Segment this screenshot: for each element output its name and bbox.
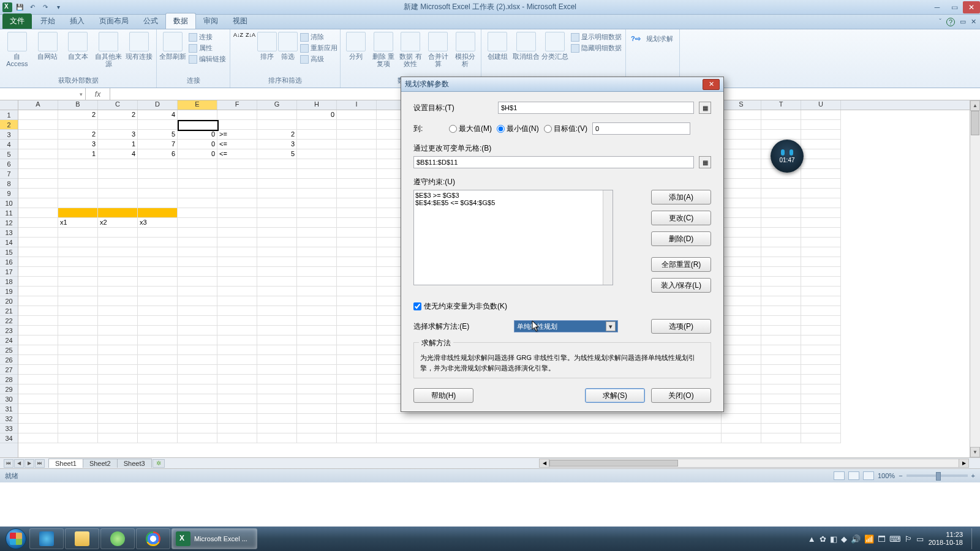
cell[interactable] xyxy=(297,247,337,257)
cell[interactable] xyxy=(761,238,801,247)
first-sheet-icon[interactable]: ⏮ xyxy=(4,459,13,468)
cell[interactable] xyxy=(722,345,761,355)
cell[interactable] xyxy=(761,375,801,384)
cell[interactable]: 1 xyxy=(98,140,138,149)
cell[interactable] xyxy=(257,433,297,443)
col-header[interactable]: U xyxy=(801,100,841,110)
cell[interactable] xyxy=(801,306,841,316)
cell[interactable]: 7 xyxy=(138,140,178,149)
cell[interactable] xyxy=(138,384,178,394)
sort-za-icon[interactable]: Z↓A xyxy=(245,32,256,47)
cell[interactable] xyxy=(178,208,217,218)
cell[interactable] xyxy=(178,375,217,384)
cell[interactable] xyxy=(257,238,297,247)
cell[interactable] xyxy=(722,306,761,316)
tab-insert[interactable]: 插入 xyxy=(62,13,92,29)
dialog-close-icon[interactable]: ✕ xyxy=(703,79,720,90)
cell[interactable] xyxy=(297,238,337,247)
cell[interactable] xyxy=(138,296,178,306)
cell[interactable] xyxy=(722,140,761,149)
cell[interactable] xyxy=(761,414,801,424)
cell[interactable]: x1 xyxy=(58,218,98,228)
cell[interactable] xyxy=(801,208,841,218)
cell[interactable] xyxy=(761,326,801,335)
cell[interactable] xyxy=(138,287,178,296)
cell[interactable] xyxy=(761,110,801,120)
cell[interactable] xyxy=(297,228,337,238)
cell[interactable] xyxy=(178,404,217,414)
last-sheet-icon[interactable]: ⏭ xyxy=(35,459,45,468)
col-header[interactable]: B xyxy=(58,100,98,110)
row-header[interactable]: 14 xyxy=(0,238,18,247)
cell[interactable] xyxy=(297,189,337,198)
cell[interactable] xyxy=(337,287,377,296)
sheet-tab-1[interactable]: Sheet1 xyxy=(48,459,83,468)
cell[interactable]: 5 xyxy=(138,130,178,140)
cell[interactable] xyxy=(98,179,138,189)
cell[interactable] xyxy=(18,375,58,384)
row-header[interactable]: 24 xyxy=(0,335,18,345)
ungroup-button[interactable]: 取消组合 xyxy=(513,32,540,60)
cell[interactable] xyxy=(138,169,178,179)
cell[interactable] xyxy=(297,296,337,306)
cell[interactable] xyxy=(217,208,257,218)
cell[interactable] xyxy=(98,208,138,218)
cell[interactable] xyxy=(722,208,761,218)
cell[interactable] xyxy=(722,277,761,287)
cell[interactable] xyxy=(722,159,761,169)
row-header[interactable]: 26 xyxy=(0,355,18,365)
cell[interactable] xyxy=(257,365,297,375)
sort-az-icon[interactable]: A↓Z xyxy=(233,32,244,47)
cell[interactable] xyxy=(337,159,377,169)
cell[interactable] xyxy=(217,277,257,287)
cell[interactable] xyxy=(801,316,841,326)
cell[interactable] xyxy=(58,159,98,169)
cell[interactable] xyxy=(337,375,377,384)
cell[interactable]: <= xyxy=(217,149,257,159)
cell[interactable] xyxy=(138,326,178,335)
cell[interactable] xyxy=(98,287,138,296)
solver-button[interactable]: ?⇨ 规划求解 xyxy=(628,32,676,46)
cell[interactable] xyxy=(761,267,801,277)
cell[interactable] xyxy=(297,394,337,404)
row-header[interactable]: 33 xyxy=(0,424,18,433)
listbox-scrollbar[interactable] xyxy=(603,190,612,285)
cell[interactable] xyxy=(337,306,377,316)
cell[interactable] xyxy=(217,316,257,326)
cell[interactable] xyxy=(178,228,217,238)
cell[interactable] xyxy=(138,375,178,384)
normal-view-icon[interactable] xyxy=(834,471,845,480)
cell[interactable] xyxy=(297,365,337,375)
cell[interactable] xyxy=(337,326,377,335)
cell[interactable] xyxy=(138,424,178,433)
cell[interactable] xyxy=(217,394,257,404)
refresh-all-button[interactable]: 全部刷新 xyxy=(159,32,186,60)
cell[interactable] xyxy=(801,238,841,247)
cell[interactable] xyxy=(801,257,841,267)
cell[interactable] xyxy=(722,394,761,404)
tray-app2-icon[interactable]: ◆ xyxy=(841,534,847,544)
cell[interactable] xyxy=(257,306,297,316)
cell[interactable] xyxy=(761,287,801,296)
qat-customize-icon[interactable]: ▾ xyxy=(53,2,64,13)
cell[interactable] xyxy=(761,120,801,130)
new-sheet-icon[interactable]: ✲ xyxy=(153,459,165,468)
cell[interactable] xyxy=(98,414,138,424)
tray-battery-icon[interactable]: 🗖 xyxy=(878,534,886,544)
cell[interactable] xyxy=(801,218,841,228)
cell[interactable] xyxy=(138,267,178,277)
cell[interactable] xyxy=(178,326,217,335)
cell[interactable] xyxy=(722,433,761,443)
cell[interactable] xyxy=(801,414,841,424)
cell[interactable] xyxy=(18,424,58,433)
cell[interactable] xyxy=(178,198,217,208)
cell[interactable] xyxy=(297,277,337,287)
cell[interactable] xyxy=(217,247,257,257)
tab-review[interactable]: 审阅 xyxy=(196,13,225,29)
tray-app-icon[interactable]: ◧ xyxy=(830,534,837,544)
show-desktop-button[interactable] xyxy=(971,528,976,549)
cell[interactable] xyxy=(138,355,178,365)
cell[interactable] xyxy=(58,394,98,404)
cell[interactable] xyxy=(58,169,98,179)
cell[interactable] xyxy=(377,414,722,424)
